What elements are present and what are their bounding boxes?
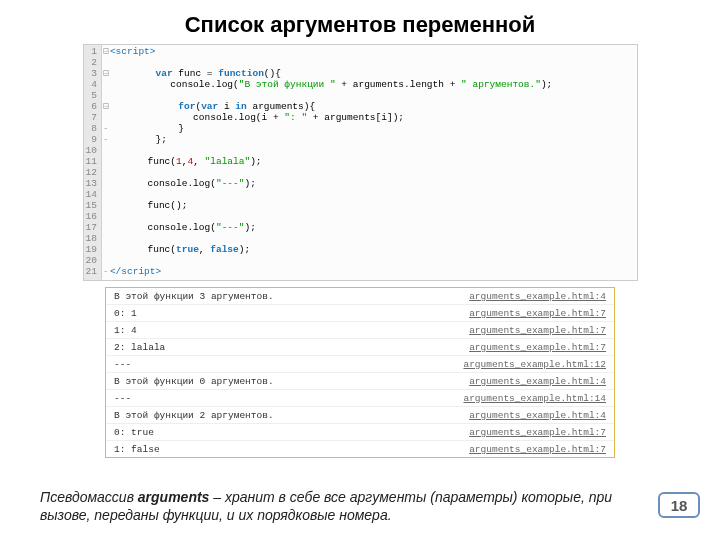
code-token: , <box>193 156 204 167</box>
code-token: for <box>178 101 195 112</box>
code-token: ); <box>541 79 552 90</box>
console-src: arguments_example.html:7 <box>469 342 606 353</box>
code-token: var <box>156 68 173 79</box>
console-row: В этой функции 0 аргументов.arguments_ex… <box>106 373 614 390</box>
code-token: console.log(i + <box>102 112 284 123</box>
code-token: console.log( <box>102 222 216 233</box>
footer-bold: arguments <box>138 489 210 505</box>
console-msg: 1: 4 <box>114 325 137 336</box>
code-token: (){ <box>264 68 281 79</box>
console-msg: В этой функции 3 аргументов. <box>114 291 274 302</box>
console-src: arguments_example.html:4 <box>469 291 606 302</box>
code-token: </script> <box>110 266 161 277</box>
code-lines: ⊟<script> ⊟ var func = function(){ conso… <box>102 45 637 280</box>
code-token: function <box>218 68 264 79</box>
console-msg: 2: lalala <box>114 342 165 353</box>
code-token: ); <box>244 178 255 189</box>
console-msg: 0: true <box>114 427 154 438</box>
footer-pre: Псевдомассив <box>40 489 138 505</box>
code-token: "---" <box>216 178 245 189</box>
code-token: console.log( <box>102 178 216 189</box>
code-token: true <box>176 244 199 255</box>
gutter-num: 21 <box>86 267 97 278</box>
console-row: 0: truearguments_example.html:7 <box>106 424 614 441</box>
code-token: func = <box>173 68 219 79</box>
console-src: arguments_example.html:4 <box>469 410 606 421</box>
code-token: <script> <box>110 46 156 57</box>
console-output: В этой функции 3 аргументов.arguments_ex… <box>105 287 615 458</box>
console-row: В этой функции 2 аргументов.arguments_ex… <box>106 407 614 424</box>
console-msg: --- <box>114 393 131 404</box>
code-token: func( <box>102 244 176 255</box>
console-msg: В этой функции 2 аргументов. <box>114 410 274 421</box>
console-msg: В этой функции 0 аргументов. <box>114 376 274 387</box>
console-msg: --- <box>114 359 131 370</box>
console-row: 0: 1arguments_example.html:7 <box>106 305 614 322</box>
console-src: arguments_example.html:4 <box>469 376 606 387</box>
code-token: console.log( <box>102 79 239 90</box>
code-token: func( <box>102 156 176 167</box>
code-token: , <box>199 244 210 255</box>
code-token: arguments){ <box>247 101 315 112</box>
console-row: 1: falsearguments_example.html:7 <box>106 441 614 457</box>
code-token: } <box>110 123 184 134</box>
code-token: ); <box>250 156 261 167</box>
page-number-badge: 18 <box>658 492 700 518</box>
console-src: arguments_example.html:7 <box>469 444 606 455</box>
code-token: " аргументов." <box>461 79 541 90</box>
console-msg: 0: 1 <box>114 308 137 319</box>
console-row: ---arguments_example.html:14 <box>106 390 614 407</box>
code-token: "lalala" <box>205 156 251 167</box>
page-title: Список аргументов переменной <box>0 12 720 38</box>
console-row: ---arguments_example.html:12 <box>106 356 614 373</box>
console-row: В этой функции 3 аргументов.arguments_ex… <box>106 288 614 305</box>
code-token: in <box>235 101 246 112</box>
code-token: }; <box>110 134 167 145</box>
console-src: arguments_example.html:7 <box>469 308 606 319</box>
footer-description: Псевдомассив arguments – хранит в себе в… <box>40 488 620 524</box>
console-msg: 1: false <box>114 444 160 455</box>
console-src: arguments_example.html:12 <box>463 359 606 370</box>
code-token: ); <box>244 222 255 233</box>
console-src: arguments_example.html:7 <box>469 427 606 438</box>
code-editor: 1 2 3 4 5 6 7 8 9 10 11 12 13 14 15 16 1… <box>83 44 638 281</box>
code-token: ); <box>239 244 250 255</box>
code-token: + arguments[i]); <box>307 112 404 123</box>
console-src: arguments_example.html:14 <box>463 393 606 404</box>
code-token: "---" <box>216 222 245 233</box>
code-token: + arguments.length + <box>336 79 461 90</box>
code-token: ": " <box>284 112 307 123</box>
code-token: func(); <box>102 200 188 211</box>
code-token: i <box>218 101 235 112</box>
console-src: arguments_example.html:7 <box>469 325 606 336</box>
console-row: 2: lalalaarguments_example.html:7 <box>106 339 614 356</box>
code-token: var <box>201 101 218 112</box>
code-token: "В этой функции " <box>239 79 336 90</box>
code-token: false <box>210 244 239 255</box>
line-gutter: 1 2 3 4 5 6 7 8 9 10 11 12 13 14 15 16 1… <box>84 45 102 280</box>
console-row: 1: 4arguments_example.html:7 <box>106 322 614 339</box>
